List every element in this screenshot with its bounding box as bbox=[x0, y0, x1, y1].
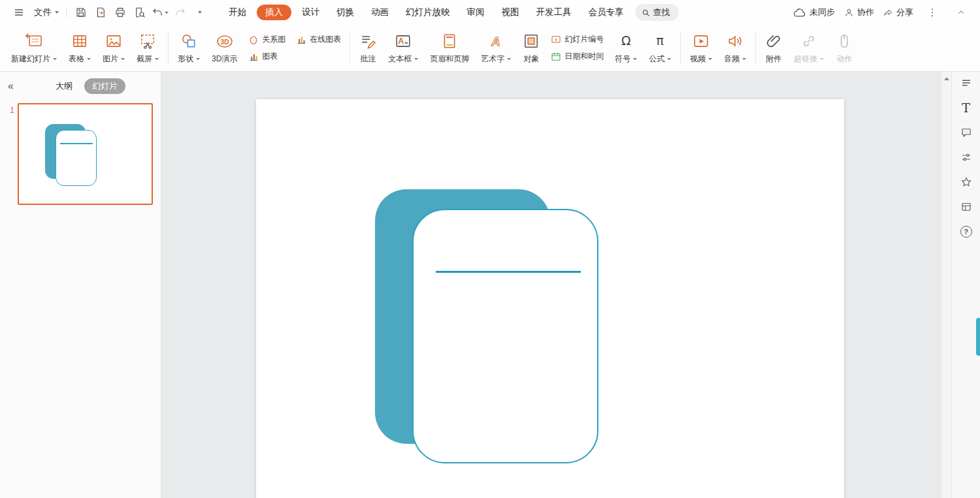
panel-scroll-indicator[interactable] bbox=[976, 318, 980, 356]
chart-button[interactable]: 图表 bbox=[248, 51, 278, 62]
undo-dropdown-icon[interactable] bbox=[165, 12, 169, 14]
header-footer-button[interactable]: 页眉和页脚 bbox=[424, 28, 475, 69]
comment-icon bbox=[359, 32, 376, 50]
animation-pane-icon[interactable] bbox=[958, 150, 974, 164]
action-label: 动作 bbox=[836, 54, 852, 65]
tab-slides[interactable]: 幻灯片 bbox=[84, 78, 125, 94]
sync-status-button[interactable]: 未同步 bbox=[793, 7, 835, 18]
new-slide-icon bbox=[25, 32, 43, 50]
tab-insert[interactable]: 插入 bbox=[257, 5, 291, 20]
attachment-button[interactable]: 附件 bbox=[759, 28, 788, 69]
audio-button[interactable]: 音频 bbox=[718, 28, 752, 69]
screenshot-button[interactable]: 截屏 bbox=[131, 28, 165, 69]
undo-button[interactable] bbox=[152, 4, 169, 21]
formula-pi-icon: π bbox=[657, 32, 664, 50]
cloud-icon bbox=[793, 8, 806, 18]
datetime-button[interactable]: 日期和时间 bbox=[551, 51, 604, 62]
collapse-ribbon-button[interactable] bbox=[953, 4, 969, 21]
tab-design[interactable]: 设计 bbox=[293, 4, 328, 21]
find-button[interactable]: 查找 bbox=[635, 4, 679, 21]
slide[interactable] bbox=[256, 99, 844, 498]
slide-number-button[interactable]: # 幻灯片编号 bbox=[551, 34, 604, 45]
editing-canvas[interactable] bbox=[161, 72, 941, 498]
symbol-button[interactable]: Ω 符号 bbox=[609, 28, 643, 69]
new-slide-button[interactable]: 新建幻灯片 bbox=[5, 28, 63, 69]
menubar: 文件 开始 插入 设计 切换 动画 bbox=[0, 0, 980, 25]
wordart-icon: A bbox=[487, 32, 504, 50]
hamburger-menu-icon[interactable] bbox=[11, 4, 27, 21]
audio-icon bbox=[727, 32, 743, 50]
tab-home[interactable]: 开始 bbox=[220, 4, 255, 21]
tab-outline[interactable]: 大纲 bbox=[48, 78, 80, 94]
redo-button[interactable] bbox=[172, 4, 188, 21]
export-icon bbox=[95, 7, 106, 18]
slide-thumbnail[interactable] bbox=[18, 103, 153, 205]
svg-text:#: # bbox=[555, 38, 558, 42]
share-button[interactable]: 分享 bbox=[883, 7, 913, 18]
canvas-scrollbar[interactable] bbox=[941, 72, 951, 498]
customize-quickbar-button[interactable] bbox=[192, 4, 208, 21]
export-button[interactable] bbox=[93, 4, 108, 21]
3d-presentation-button[interactable]: 3D 3D演示 bbox=[206, 28, 243, 69]
menu-tabs: 开始 插入 设计 切换 动画 幻灯片放映 审阅 视图 开发工具 会员专享 bbox=[220, 4, 632, 21]
slide-number-icon: # bbox=[551, 35, 561, 45]
picture-button[interactable]: 图片 bbox=[97, 28, 131, 69]
text-tool-icon[interactable]: T bbox=[958, 101, 974, 115]
line-shape[interactable] bbox=[436, 271, 581, 273]
properties-pane-icon[interactable] bbox=[958, 76, 974, 90]
favorites-star-icon[interactable] bbox=[958, 175, 974, 189]
chevron-down-icon bbox=[198, 11, 202, 14]
attachment-icon bbox=[765, 32, 782, 50]
object-button[interactable]: 对象 bbox=[517, 28, 546, 69]
dropdown-arrow-icon bbox=[53, 58, 57, 60]
ribbon-divider bbox=[755, 31, 756, 65]
hyperlink-button[interactable]: 超链接 bbox=[788, 28, 830, 69]
action-button[interactable]: 动作 bbox=[830, 28, 858, 69]
collaborate-button[interactable]: 协作 bbox=[844, 7, 874, 18]
print-button[interactable] bbox=[112, 4, 128, 21]
collapse-panel-icon[interactable]: « bbox=[8, 81, 14, 91]
comment-button[interactable]: 批注 bbox=[353, 28, 382, 69]
tab-review[interactable]: 审阅 bbox=[459, 4, 493, 21]
menubar-right: 未同步 协作 分享 ⋮ bbox=[793, 4, 973, 21]
wordart-button[interactable]: A 艺术字 bbox=[475, 28, 517, 69]
share-label: 分享 bbox=[896, 7, 913, 18]
slide-thumbnail-number: 1 bbox=[8, 103, 14, 205]
table-button[interactable]: 表格 bbox=[63, 28, 97, 69]
shapes-button[interactable]: 形状 bbox=[172, 28, 206, 69]
tab-animation[interactable]: 动画 bbox=[363, 4, 397, 21]
formula-button[interactable]: π 公式 bbox=[643, 28, 677, 69]
attachment-label: 附件 bbox=[766, 54, 781, 65]
tab-view[interactable]: 视图 bbox=[493, 4, 528, 21]
online-chart-label: 在线图表 bbox=[310, 34, 341, 45]
layout-pane-icon[interactable] bbox=[958, 200, 974, 214]
scroll-up-arrow-icon[interactable] bbox=[944, 77, 949, 80]
main-area: « 大纲 幻灯片 1 bbox=[0, 72, 980, 498]
textbox-button[interactable]: A 文本框 bbox=[382, 28, 424, 69]
screenshot-icon bbox=[139, 32, 156, 50]
relation-chart-button[interactable]: 关系图 bbox=[248, 34, 286, 45]
tab-devtools[interactable]: 开发工具 bbox=[528, 4, 580, 21]
print-preview-button[interactable] bbox=[132, 4, 148, 21]
redo-icon bbox=[174, 7, 186, 18]
file-menu-button[interactable]: 文件 bbox=[34, 7, 59, 18]
symbol-omega-icon: Ω bbox=[621, 32, 631, 50]
save-icon bbox=[75, 7, 87, 18]
tab-slideshow[interactable]: 幻灯片放映 bbox=[397, 4, 459, 21]
hyperlink-icon bbox=[800, 32, 817, 50]
datetime-label: 日期和时间 bbox=[564, 51, 604, 62]
sync-status-label: 未同步 bbox=[809, 7, 835, 18]
more-options-button[interactable]: ⋮ bbox=[924, 4, 940, 21]
slide-number-label: 幻灯片编号 bbox=[564, 34, 604, 45]
help-icon[interactable]: ? bbox=[958, 225, 974, 239]
comment-pane-icon[interactable] bbox=[958, 125, 974, 140]
rounded-rect-shape-outline[interactable] bbox=[412, 209, 598, 463]
video-button[interactable]: 视频 bbox=[684, 28, 718, 69]
tab-member[interactable]: 会员专享 bbox=[580, 4, 632, 21]
thumbnail-white-shape bbox=[56, 130, 97, 186]
online-chart-button[interactable]: 在线图表 bbox=[296, 34, 341, 45]
save-button[interactable] bbox=[73, 4, 89, 21]
dropdown-arrow-icon bbox=[633, 58, 637, 60]
tab-transition[interactable]: 切换 bbox=[328, 4, 363, 21]
svg-text:A: A bbox=[399, 37, 404, 46]
